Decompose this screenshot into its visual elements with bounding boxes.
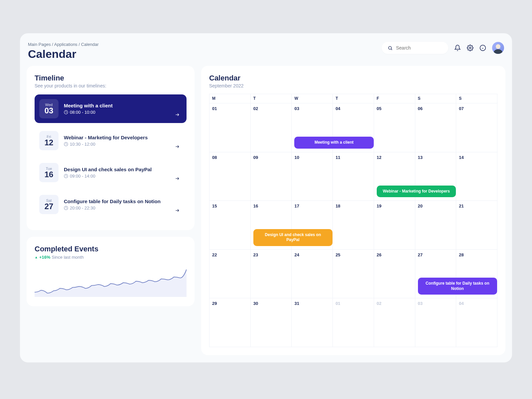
calendar-cell[interactable]: 12Webinar - Marketing for Developers bbox=[374, 152, 415, 201]
calendar-daynum: 14 bbox=[459, 155, 494, 160]
calendar-cell[interactable]: 07 bbox=[456, 103, 497, 152]
timeline-daynum: 27 bbox=[45, 202, 54, 210]
calendar-daynum: 05 bbox=[377, 106, 412, 111]
calendar-cell[interactable]: 27Configure table for Daily tasks on Not… bbox=[415, 250, 457, 299]
timeline-item-time: 10:30 - 12:00 bbox=[64, 142, 182, 147]
calendar-cell[interactable]: 01 bbox=[209, 103, 251, 152]
calendar-dow-header: F bbox=[374, 94, 415, 103]
timeline-item-title: Design UI and check sales on PayPal bbox=[64, 167, 182, 172]
completed-events-title: Completed Events bbox=[35, 245, 187, 253]
calendar-daynum: 27 bbox=[418, 252, 454, 257]
calendar-cell[interactable]: 14 bbox=[456, 152, 497, 201]
calendar-cell[interactable]: 29 bbox=[209, 298, 251, 347]
calendar-daynum: 12 bbox=[377, 155, 412, 160]
bell-icon[interactable] bbox=[454, 45, 461, 51]
timeline-item-title: Configure table for Daily tasks on Notio… bbox=[64, 199, 182, 204]
calendar-daynum: 03 bbox=[294, 106, 330, 111]
timeline-content: Configure table for Daily tasks on Notio… bbox=[64, 199, 182, 210]
calendar-cell[interactable]: 25 bbox=[333, 250, 374, 299]
calendar-cell[interactable]: 03 bbox=[415, 298, 457, 347]
calendar-daynum: 01 bbox=[335, 301, 371, 306]
calendar-cell[interactable]: 08 bbox=[209, 152, 251, 201]
calendar-cell[interactable]: 31 bbox=[292, 298, 333, 347]
calendar-cell[interactable]: 01 bbox=[333, 298, 374, 347]
calendar-cell[interactable]: 03Meeting with a client bbox=[292, 103, 333, 152]
calendar-dow-header: W bbox=[292, 94, 333, 103]
calendar-daynum: 28 bbox=[459, 252, 494, 257]
calendar-cell[interactable]: 02 bbox=[374, 298, 415, 347]
calendar-grid: MTWTFSS010203Meeting with a client040506… bbox=[209, 94, 497, 347]
app-body: Timeline See your products in our timeli… bbox=[27, 66, 505, 355]
calendar-cell[interactable]: 30 bbox=[251, 298, 292, 347]
timeline-title: Timeline bbox=[35, 74, 187, 82]
calendar-header: Calendar September 2022 bbox=[209, 74, 497, 88]
calendar-cell[interactable]: 19 bbox=[374, 201, 415, 250]
calendar-event[interactable]: Meeting with a client bbox=[294, 137, 373, 149]
calendar-card: Calendar September 2022 MTWTFSS010203Mee… bbox=[201, 66, 505, 355]
calendar-daynum: 02 bbox=[377, 301, 412, 306]
calendar-daynum: 25 bbox=[335, 252, 371, 257]
calendar-cell[interactable]: 06 bbox=[415, 103, 457, 152]
calendar-daynum: 26 bbox=[377, 252, 412, 257]
calendar-event[interactable]: Webinar - Marketing for Developers bbox=[377, 186, 456, 198]
timeline-item[interactable]: Fri 12 Webinar - Marketing for Developer… bbox=[35, 126, 187, 155]
calendar-cell[interactable]: 09 bbox=[251, 152, 292, 201]
arrow-right-icon[interactable] bbox=[174, 176, 181, 182]
search-input[interactable] bbox=[396, 45, 454, 51]
calendar-cell[interactable]: 10 bbox=[292, 152, 333, 201]
calendar-daynum: 10 bbox=[294, 155, 330, 160]
completed-events-delta-row: ▲ +16% Since last month bbox=[35, 255, 187, 260]
search-icon bbox=[388, 46, 393, 51]
timeline-card: Timeline See your products in our timeli… bbox=[27, 66, 195, 230]
calendar-cell[interactable]: 23 bbox=[251, 250, 292, 299]
calendar-cell[interactable]: 18 bbox=[333, 201, 374, 250]
calendar-daynum: 08 bbox=[212, 155, 248, 160]
calendar-daynum: 31 bbox=[294, 301, 330, 306]
timeline-content: Webinar - Marketing for Developers 10:30… bbox=[64, 135, 182, 147]
timeline-daynum: 16 bbox=[45, 171, 54, 179]
calendar-cell[interactable]: 05 bbox=[374, 103, 415, 152]
calendar-cell[interactable]: 04 bbox=[456, 298, 497, 347]
clock-icon bbox=[64, 174, 68, 178]
calendar-daynum: 01 bbox=[212, 106, 248, 111]
calendar-cell[interactable]: 26 bbox=[374, 250, 415, 299]
timeline-item[interactable]: Wed 03 Meeting with a client 08:00 - 10:… bbox=[35, 94, 187, 123]
calendar-event[interactable]: Configure table for Daily tasks on Notio… bbox=[418, 278, 497, 295]
timeline-item[interactable]: Sat 27 Configure table for Daily tasks o… bbox=[35, 190, 187, 219]
caret-up-icon: ▲ bbox=[35, 255, 38, 259]
calendar-daynum: 19 bbox=[377, 203, 412, 208]
completed-events-since: Since last month bbox=[52, 255, 84, 260]
calendar-daynum: 04 bbox=[335, 106, 371, 111]
calendar-cell[interactable]: 21 bbox=[456, 201, 497, 250]
calendar-dow-header: S bbox=[415, 94, 457, 103]
left-column: Timeline See your products in our timeli… bbox=[27, 66, 195, 355]
timeline-item[interactable]: Tue 16 Design UI and check sales on PayP… bbox=[35, 158, 187, 187]
calendar-daynum: 03 bbox=[418, 301, 454, 306]
arrow-right-icon[interactable] bbox=[174, 112, 181, 118]
avatar[interactable] bbox=[492, 42, 504, 54]
gear-icon[interactable] bbox=[467, 45, 473, 51]
clock-icon bbox=[64, 110, 68, 114]
svg-line-1 bbox=[391, 49, 392, 50]
timeline-subtitle: See your products in our timelines: bbox=[35, 83, 187, 88]
calendar-cell[interactable]: 20 bbox=[415, 201, 457, 250]
calendar-cell[interactable]: 02 bbox=[251, 103, 292, 152]
breadcrumb[interactable]: Main Pages / Applications / Calendar bbox=[28, 42, 98, 47]
arrow-right-icon[interactable] bbox=[174, 144, 181, 150]
calendar-cell[interactable]: 11 bbox=[333, 152, 374, 201]
calendar-cell[interactable]: 16Design UI and check sales on PayPal bbox=[251, 201, 292, 250]
info-icon[interactable] bbox=[479, 45, 486, 51]
calendar-daynum: 20 bbox=[418, 203, 454, 208]
timeline-daynum: 03 bbox=[45, 107, 54, 115]
calendar-cell[interactable]: 24 bbox=[292, 250, 333, 299]
calendar-cell[interactable]: 15 bbox=[209, 201, 251, 250]
calendar-daynum: 17 bbox=[294, 203, 330, 208]
timeline-item-title: Webinar - Marketing for Developers bbox=[64, 135, 182, 140]
calendar-cell[interactable]: 22 bbox=[209, 250, 251, 299]
arrow-right-icon[interactable] bbox=[174, 208, 181, 214]
search-box[interactable] bbox=[382, 42, 448, 54]
calendar-daynum: 02 bbox=[253, 106, 289, 111]
completed-events-delta: +16% bbox=[39, 255, 51, 260]
calendar-event[interactable]: Design UI and check sales on PayPal bbox=[253, 229, 332, 246]
timeline-date-box: Fri 12 bbox=[39, 131, 59, 150]
